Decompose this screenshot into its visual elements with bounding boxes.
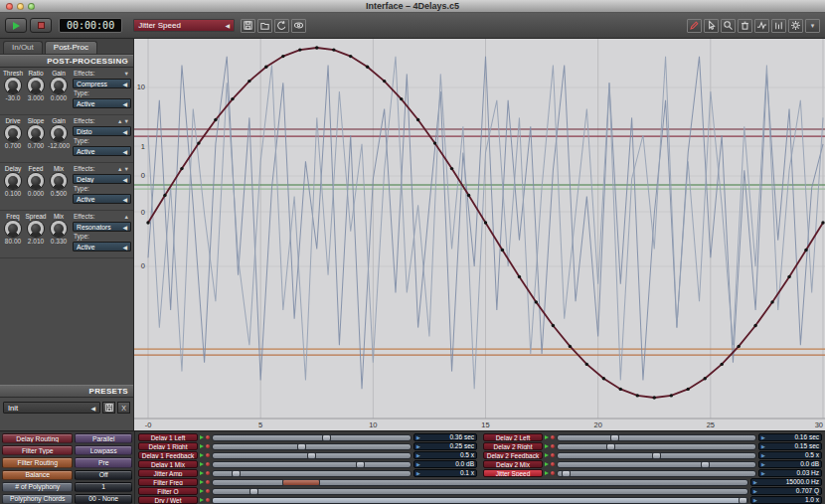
slider-track-delay-2-feedback[interactable]: [557, 452, 756, 459]
save-button[interactable]: [241, 19, 255, 33]
gain-knob[interactable]: [51, 125, 67, 141]
gain-knob[interactable]: [51, 78, 67, 93]
routing-name-filter-type[interactable]: Filter Type: [2, 445, 73, 455]
slider-handle-delay-2-left[interactable]: [610, 434, 619, 441]
freq-knob[interactable]: [5, 221, 21, 237]
slider-label-delay-1-right[interactable]: Delay 1 Right: [138, 442, 198, 450]
slider-track-delay-2-left[interactable]: [557, 434, 756, 441]
waveform-button[interactable]: [754, 19, 769, 33]
parameter-selector[interactable]: Jitter Speed ◀: [133, 19, 235, 32]
value-arrow-icon[interactable]: ▶: [753, 489, 757, 494]
tab-in-out[interactable]: In/Out: [3, 41, 43, 54]
effect-selector[interactable]: Disto◀: [73, 126, 131, 136]
effect-type-selector[interactable]: Active◀: [73, 194, 131, 204]
routing-name-polyphony-chords[interactable]: Polyphony Chords: [2, 494, 73, 504]
slider-handle-delay-1-left[interactable]: [322, 434, 331, 441]
routing-name-balance[interactable]: Balance: [2, 470, 73, 480]
value-arrow-icon[interactable]: ▶: [761, 471, 765, 476]
value-arrow-icon[interactable]: ▶: [753, 480, 757, 485]
slider-track-delay-1-feedback[interactable]: [212, 452, 412, 459]
slider-handle-filter-q[interactable]: [249, 488, 258, 495]
graph-area[interactable]: 101000-051015202530: [134, 39, 825, 430]
slider-track-delay-2-right[interactable]: [557, 443, 756, 450]
routing-value-filter-type[interactable]: Lowpass: [75, 445, 132, 455]
undo-button[interactable]: [274, 19, 289, 33]
effect-type-selector[interactable]: Active◀: [73, 98, 131, 108]
effect-order-arrows[interactable]: ▲▼: [117, 117, 130, 125]
menu-caret-button[interactable]: ▾: [805, 19, 820, 33]
value-arrow-icon[interactable]: ▶: [761, 462, 765, 467]
close-button[interactable]: [6, 3, 13, 10]
zoom-window-button[interactable]: [28, 3, 35, 10]
value-arrow-icon[interactable]: ▶: [416, 462, 420, 467]
effect-order-arrows[interactable]: ▲: [124, 213, 130, 221]
ratio-knob[interactable]: [28, 78, 44, 93]
slope-knob[interactable]: [28, 125, 44, 141]
slider-track-dry-wet[interactable]: [212, 497, 748, 504]
slider-track-delay-2-mix[interactable]: [557, 461, 756, 468]
slider-handle-filter-freq[interactable]: [282, 479, 320, 486]
slider-handle-delay-1-mix[interactable]: [356, 461, 365, 468]
magnifier-button[interactable]: [721, 19, 736, 33]
slider-label-delay-1-left[interactable]: Delay 1 Left: [138, 433, 198, 441]
save-preset-button[interactable]: [102, 402, 115, 414]
delete-preset-button[interactable]: X: [117, 402, 130, 414]
slider-handle-dry-wet[interactable]: [739, 497, 747, 504]
slider-label-jitter-speed[interactable]: Jitter Speed: [483, 469, 543, 477]
slider-handle-delay-1-feedback[interactable]: [307, 452, 316, 459]
slider-label-delay-2-right[interactable]: Delay 2 Right: [483, 442, 543, 450]
value-arrow-icon[interactable]: ▶: [416, 453, 420, 458]
slider-handle-delay-1-right[interactable]: [297, 443, 306, 450]
slider-track-delay-1-left[interactable]: [212, 434, 412, 441]
slider-label-delay-1-mix[interactable]: Delay 1 Mix: [138, 460, 198, 468]
mix-knob[interactable]: [51, 221, 67, 237]
mix-knob[interactable]: [51, 173, 67, 189]
routing-name-filter-routing[interactable]: Filter Routing: [2, 457, 73, 467]
value-arrow-icon[interactable]: ▶: [753, 498, 757, 503]
slider-label-jitter-amp[interactable]: Jitter Amp: [138, 469, 198, 477]
effect-order-arrows[interactable]: ▲▼: [117, 165, 130, 173]
slider-handle-jitter-speed[interactable]: [562, 470, 571, 477]
effect-selector[interactable]: Compress◀: [73, 79, 131, 88]
routing-value-filter-routing[interactable]: Pre: [75, 457, 132, 467]
routing-name-of-polyphony[interactable]: # of Polyphony: [2, 482, 73, 492]
cursor-button[interactable]: [704, 19, 719, 33]
effect-type-selector[interactable]: Active◀: [73, 146, 131, 156]
slider-track-jitter-speed[interactable]: [557, 470, 756, 477]
value-arrow-icon[interactable]: ▶: [416, 471, 420, 476]
feed-knob[interactable]: [28, 173, 44, 189]
drive-knob[interactable]: [5, 125, 21, 141]
effect-order-arrows[interactable]: ▼: [124, 70, 130, 78]
stop-button[interactable]: [30, 18, 52, 33]
effect-type-selector[interactable]: Active◀: [73, 242, 131, 252]
value-arrow-icon[interactable]: ▶: [416, 435, 420, 440]
routing-name-delay-routing[interactable]: Delay Routing: [2, 433, 73, 443]
thresh-knob[interactable]: [5, 78, 21, 93]
slider-handle-delay-2-mix[interactable]: [701, 461, 710, 468]
slider-label-filter-freq[interactable]: Filter Freq: [138, 478, 198, 486]
slider-handle-delay-2-feedback[interactable]: [652, 452, 661, 459]
levels-button[interactable]: [771, 19, 786, 33]
routing-value-polyphony-chords[interactable]: 00 - None: [75, 494, 132, 504]
slider-label-delay-2-feedback[interactable]: Delay 2 Feedback: [483, 451, 543, 459]
slider-track-delay-1-mix[interactable]: [212, 461, 412, 468]
effect-selector[interactable]: Resonators◀: [73, 222, 131, 232]
slider-handle-delay-2-right[interactable]: [606, 443, 615, 450]
slider-track-filter-q[interactable]: [212, 488, 748, 495]
value-arrow-icon[interactable]: ▶: [761, 435, 765, 440]
play-button[interactable]: [5, 18, 27, 33]
slider-label-delay-2-left[interactable]: Delay 2 Left: [483, 433, 543, 441]
slider-handle-jitter-amp[interactable]: [232, 470, 241, 477]
minimize-button[interactable]: [17, 3, 24, 10]
slider-label-dry-wet[interactable]: Dry / Wet: [138, 496, 198, 504]
trash-button[interactable]: [738, 19, 752, 33]
preset-selector[interactable]: Init ◀: [3, 402, 100, 414]
slider-label-delay-1-feedback[interactable]: Delay 1 Feedback: [138, 451, 198, 459]
value-arrow-icon[interactable]: ▶: [761, 453, 765, 458]
effect-selector[interactable]: Delay◀: [73, 174, 131, 184]
routing-value-delay-routing[interactable]: Parallel: [75, 433, 132, 443]
slider-label-filter-q[interactable]: Filter Q: [138, 487, 198, 495]
eye-button[interactable]: [291, 19, 306, 33]
gear-button[interactable]: [788, 19, 803, 33]
folder-button[interactable]: [257, 19, 272, 33]
